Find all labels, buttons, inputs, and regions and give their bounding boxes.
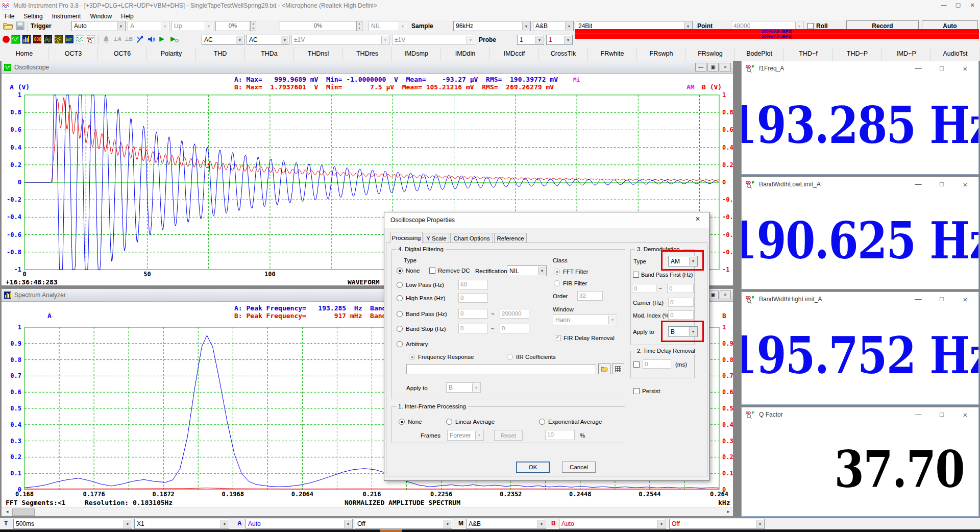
- tab-oct6[interactable]: OCT6: [98, 47, 147, 61]
- panel-minimize-icon[interactable]: —: [913, 410, 923, 418]
- df-band-pass-to-field[interactable]: 200000: [500, 309, 529, 319]
- df-high-pass-field[interactable]: 0: [458, 293, 488, 303]
- panel-close-icon[interactable]: ×: [960, 180, 970, 189]
- ok-button[interactable]: OK: [516, 462, 550, 473]
- cancel-button[interactable]: Cancel: [562, 462, 596, 473]
- df-fir-filter-radio[interactable]: [554, 280, 560, 286]
- probe-a-combo[interactable]: 1: [517, 35, 544, 45]
- tab-crosstlk[interactable]: CrossTlk: [539, 47, 588, 61]
- trigger-mode-combo[interactable]: Auto: [71, 21, 126, 31]
- df-low-pass-field[interactable]: 60: [458, 280, 488, 289]
- df-band-stop-radio[interactable]: [397, 326, 403, 332]
- channel-b-processing-combo[interactable]: Off: [669, 519, 765, 529]
- pre-trigger-spinner[interactable]: 0%: [280, 21, 356, 31]
- roll-checkbox[interactable]: [807, 23, 814, 29]
- panel-close-icon[interactable]: ×: [960, 410, 970, 419]
- menu-item-setting[interactable]: Setting: [19, 12, 47, 21]
- dialog-tab-chart-options[interactable]: Chart Options: [450, 233, 493, 243]
- tab-polarity[interactable]: Polarity: [147, 47, 196, 61]
- oscilloscope-minimize-icon[interactable]: —: [695, 63, 706, 71]
- if-percent-field[interactable]: 10: [545, 430, 575, 440]
- probe-b-combo[interactable]: 1: [546, 35, 573, 45]
- open-file-icon[interactable]: [3, 21, 13, 32]
- if-exponential-radio[interactable]: [539, 419, 545, 425]
- coupling-b-combo[interactable]: AC: [247, 35, 289, 45]
- channel-a-processing-combo[interactable]: Off: [355, 519, 452, 529]
- range-a-combo[interactable]: ±1V: [291, 35, 390, 45]
- tab-imddin[interactable]: IMDdin: [441, 47, 490, 61]
- trigger-hpf-combo[interactable]: NIL: [369, 21, 407, 31]
- menu-item-instrument[interactable]: Instrument: [47, 12, 86, 21]
- df-iir-radio[interactable]: [507, 354, 513, 360]
- panel-close-icon[interactable]: ×: [960, 295, 970, 304]
- dialog-close-icon[interactable]: ×: [691, 214, 705, 226]
- tab-audiotst[interactable]: AudioTst: [931, 47, 980, 61]
- demod-bp-to-field[interactable]: 0: [667, 284, 694, 293]
- df-order-field[interactable]: 32: [577, 291, 603, 301]
- df-band-stop-from-field[interactable]: 0: [458, 324, 488, 333]
- dut-icon[interactable]: DUT: [65, 35, 74, 43]
- channel-a-mode-combo[interactable]: Auto: [246, 519, 353, 529]
- derived-dp-icon[interactable]: [76, 35, 84, 43]
- speaker-icon[interactable]: [147, 35, 155, 43]
- panel-maximize-icon[interactable]: □: [937, 64, 947, 72]
- tab-frwhite[interactable]: FRwhite: [588, 47, 637, 61]
- df-high-pass-radio[interactable]: [397, 295, 403, 301]
- tab-frswlog[interactable]: FRswlog: [686, 47, 735, 61]
- multimeter-icon[interactable]: 888: [33, 35, 41, 43]
- df-browse-button[interactable]: [598, 364, 610, 374]
- df-file-field[interactable]: [406, 364, 596, 374]
- tab-imd~p[interactable]: IMD~P: [882, 47, 931, 61]
- time-delay-field[interactable]: 0: [643, 359, 671, 369]
- timebase-combo[interactable]: 500ms: [13, 519, 132, 529]
- tab-thd~p[interactable]: THD~P: [833, 47, 882, 61]
- df-none-radio[interactable]: [397, 268, 403, 274]
- pre-trigger-spin-buttons[interactable]: ▲▼: [356, 21, 362, 31]
- ddp-panel-titlebar[interactable]: DDPQ Factor—□×: [742, 407, 978, 422]
- df-low-pass-radio[interactable]: [397, 282, 403, 288]
- channel-b-mode-combo[interactable]: Auto: [559, 519, 666, 529]
- tab-thdres[interactable]: THDres: [343, 47, 392, 61]
- tab-bodeplot[interactable]: BodePlot: [735, 47, 784, 61]
- panel-minimize-icon[interactable]: —: [913, 295, 923, 303]
- df-freq-response-radio[interactable]: [409, 354, 415, 360]
- bell-icon[interactable]: [102, 35, 110, 43]
- maximize-icon[interactable]: ▢: [951, 2, 965, 8]
- play-loop-icon[interactable]: ▶: [170, 35, 176, 42]
- ddp-panel-titlebar[interactable]: DDPBandWidthLowLimit_A—□×: [742, 177, 978, 191]
- play-icon[interactable]: ▶: [159, 35, 164, 42]
- ddp-panel-titlebar[interactable]: DDPf1Freq_A—□×: [742, 61, 978, 76]
- df-band-pass-from-field[interactable]: 0: [458, 309, 488, 319]
- ddp-panel-titlebar[interactable]: DDPBandWidthHighLimit_A—□×: [742, 292, 978, 306]
- spectrum-h-scrollbar[interactable]: ◂ ▸: [2, 507, 733, 517]
- coupling-a-combo[interactable]: AC: [202, 35, 244, 45]
- dialog-tab-y-scale[interactable]: Y Scale: [424, 233, 449, 243]
- oscilloscope-restore-icon[interactable]: ▣: [707, 63, 719, 71]
- panel-minimize-icon[interactable]: —: [913, 64, 923, 72]
- scroll-left-icon[interactable]: ◂: [3, 509, 11, 516]
- close-icon[interactable]: ×: [966, 1, 979, 9]
- demod-mod-index-field[interactable]: 0: [668, 310, 694, 320]
- df-band-pass-radio[interactable]: [397, 311, 403, 317]
- time-delay-checkbox[interactable]: [633, 361, 640, 368]
- tab-thd~f[interactable]: THD~f: [784, 47, 833, 61]
- df-rectification-combo[interactable]: NIL: [507, 265, 547, 276]
- tab-home[interactable]: Home: [0, 47, 49, 61]
- dialog-titlebar[interactable]: Oscilloscope Properties ×: [384, 212, 709, 228]
- fft-zoom-combo[interactable]: X1: [134, 519, 229, 529]
- panel-maximize-icon[interactable]: □: [937, 410, 947, 418]
- df-remove-dc-checkbox[interactable]: [429, 268, 435, 274]
- panel-minimize-icon[interactable]: —: [913, 180, 923, 188]
- panel-maximize-icon[interactable]: □: [937, 180, 947, 188]
- trigger-level-spin-buttons[interactable]: ▲▼: [250, 21, 256, 31]
- trigger-level-spinner[interactable]: 0%: [215, 21, 250, 31]
- tab-oct3[interactable]: OCT3: [49, 47, 98, 61]
- spectrum-close-icon[interactable]: ×: [720, 291, 731, 299]
- trigger-edge-combo[interactable]: Up: [172, 21, 213, 31]
- spectrum-analyzer-icon[interactable]: [22, 35, 31, 43]
- df-apply-to-combo[interactable]: B: [446, 382, 481, 393]
- if-frames-combo[interactable]: Forever: [447, 430, 484, 441]
- calibration-icon[interactable]: [136, 35, 144, 43]
- scroll-thumb[interactable]: [12, 509, 35, 516]
- signal-generator-icon[interactable]: [55, 35, 63, 43]
